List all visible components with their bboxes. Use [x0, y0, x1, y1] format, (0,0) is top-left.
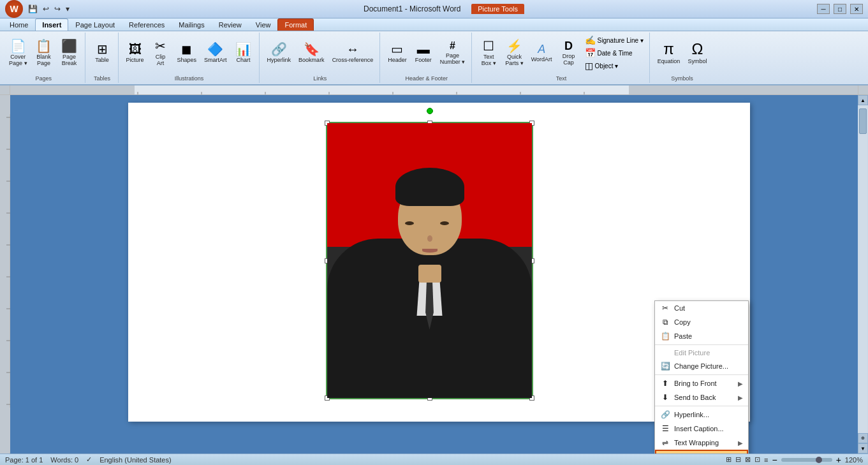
signature-line-button[interactable]: ✍ Signature Line ▾ [583, 34, 645, 46]
office-button[interactable]: W [5, 0, 23, 18]
header-button[interactable]: ▭ Header [385, 41, 409, 64]
cut-icon: ✂ [660, 304, 670, 313]
ribbon-group-illustrations: 🖼 Picture ✂ ClipArt ◼ Shapes 🔷 SmartArt … [120, 33, 260, 83]
window-controls: ─ □ ✕ [817, 4, 863, 14]
bring-to-front-icon: ⬆ [660, 379, 670, 388]
context-menu-copy[interactable]: ⧉ Copy [655, 315, 748, 329]
tab-insert[interactable]: Insert [35, 18, 68, 31]
date-time-button[interactable]: 📅 Date & Time [583, 47, 645, 59]
vertical-ruler [0, 95, 10, 454]
separator-1 [655, 344, 748, 345]
hyperlink-button[interactable]: 🔗 Hyperlink [265, 41, 294, 64]
blank-page-label: BlankPage [36, 54, 51, 66]
page-break-button[interactable]: ⬛ PageBreak [58, 38, 81, 68]
context-menu-text-wrapping[interactable]: ⇌ Text Wrapping ▶ [655, 436, 748, 450]
maximize-button[interactable]: □ [834, 4, 846, 14]
customize-button[interactable]: ▾ [64, 3, 71, 15]
minimize-button[interactable]: ─ [817, 4, 830, 14]
view-draft-icon[interactable]: ≡ [764, 456, 768, 464]
zoom-in-button[interactable]: + [836, 455, 841, 465]
symbols-group-label: Symbols [671, 73, 693, 82]
zoom-slider[interactable] [781, 458, 832, 462]
context-menu-size[interactable]: ⊡ Size... [655, 450, 748, 454]
window-title: Document1 - Microsoft Word Picture Tools [71, 4, 817, 13]
quick-parts-button[interactable]: ⚡ QuickParts ▾ [503, 38, 526, 68]
context-menu-paste[interactable]: 📋 Paste [655, 329, 748, 343]
close-button[interactable]: ✕ [850, 4, 863, 14]
scroll-down-button[interactable]: ▼ [858, 443, 868, 454]
copy-label: Copy [674, 318, 691, 326]
view-web-icon[interactable]: ⊠ [745, 455, 751, 464]
view-fullscreen-icon[interactable]: ⊟ [735, 455, 741, 464]
svg-rect-0 [10, 85, 135, 96]
smartart-button[interactable]: 🔷 SmartArt [202, 41, 230, 64]
zoom-out-button[interactable]: − [772, 455, 777, 465]
tab-view[interactable]: View [249, 18, 278, 31]
tab-format[interactable]: Format [277, 18, 314, 31]
header-icon: ▭ [391, 43, 403, 55]
save-button[interactable]: 💾 [27, 3, 39, 15]
tab-review[interactable]: Review [212, 18, 249, 31]
zoom-slider-thumb[interactable] [816, 457, 822, 463]
date-time-icon: 📅 [585, 48, 596, 58]
context-menu-send-to-back[interactable]: ⬇ Send to Back ▶ [655, 390, 748, 404]
ribbon: 📄 CoverPage ▾ 📋 BlankPage ⬛ PageBreak Pa… [0, 31, 868, 85]
context-menu-hyperlink[interactable]: 🔗 Hyperlink... [655, 408, 748, 422]
cross-ref-button[interactable]: ↔ Cross-reference [330, 41, 376, 64]
redo-button[interactable]: ↪ [53, 3, 62, 15]
context-menu-insert-caption[interactable]: ☰ Insert Caption... [655, 422, 748, 436]
page-break-label: PageBreak [62, 54, 77, 66]
scroll-up-button[interactable]: ▲ [858, 95, 868, 105]
view-outline-icon[interactable]: ⊡ [754, 455, 760, 464]
text-box-button[interactable]: ☐ TextBox ▾ [477, 38, 500, 68]
equation-button[interactable]: π Equation [655, 40, 683, 66]
page-break-icon: ⬛ [61, 40, 77, 52]
drop-cap-button[interactable]: D DropCap [557, 39, 580, 67]
scroll-thumb[interactable] [859, 108, 867, 134]
blank-page-icon: 📋 [36, 40, 52, 52]
tab-mailings[interactable]: Mailings [172, 18, 211, 31]
tables-items: ⊞ Table [91, 34, 114, 73]
table-button[interactable]: ⊞ Table [91, 41, 114, 64]
svg-rect-18 [0, 95, 10, 114]
chart-button[interactable]: 📊 Chart [232, 41, 255, 64]
cover-page-button[interactable]: 📄 CoverPage ▾ [6, 38, 30, 68]
pages-items: 📄 CoverPage ▾ 📋 BlankPage ⬛ PageBreak [6, 34, 81, 73]
symbol-button[interactable]: Ω Symbol [685, 40, 709, 66]
blank-page-button[interactable]: 📋 BlankPage [33, 38, 55, 68]
undo-button[interactable]: ↩ [41, 3, 50, 15]
view-normal-icon[interactable]: ⊞ [726, 455, 732, 464]
status-bar: Page: 1 of 1 Words: 0 ✓ English (United … [0, 454, 868, 465]
text-wrapping-arrow: ▶ [738, 439, 743, 447]
wordart-button[interactable]: A WordArt [529, 42, 555, 64]
quick-parts-label: QuickParts ▾ [505, 54, 524, 66]
equation-icon: π [663, 41, 674, 57]
page-number-button[interactable]: # PageNumber ▾ [438, 40, 468, 66]
send-to-back-icon: ⬇ [660, 393, 670, 402]
tab-pagelayout[interactable]: Page Layout [68, 18, 122, 31]
tab-home[interactable]: Home [3, 18, 35, 31]
shapes-button[interactable]: ◼ Shapes [175, 41, 200, 64]
picture-button[interactable]: 🖼 Picture [124, 41, 147, 64]
scroll-track[interactable] [858, 105, 867, 433]
selected-image-container[interactable] [326, 122, 533, 399]
scroll-expand-button[interactable]: ⊕ [858, 433, 868, 443]
ribbon-group-header-footer: ▭ Header ▬ Footer # PageNumber ▾ Header … [381, 33, 472, 83]
text-group-label: Text [556, 73, 567, 82]
rotate-handle[interactable] [427, 108, 433, 114]
bookmark-button[interactable]: 🔖 Bookmark [296, 41, 327, 64]
object-button[interactable]: ◫ Object ▾ [583, 60, 645, 71]
clip-art-button[interactable]: ✂ ClipArt [149, 38, 172, 68]
context-menu-bring-to-front[interactable]: ⬆ Bring to Front ▶ [655, 376, 748, 390]
clip-art-icon: ✂ [155, 40, 166, 52]
context-menu-change-picture[interactable]: 🔄 Change Picture... [655, 359, 748, 373]
tab-references[interactable]: References [122, 18, 172, 31]
drop-cap-label: DropCap [563, 53, 575, 66]
bookmark-label: Bookmark [298, 57, 325, 63]
footer-button[interactable]: ▬ Footer [412, 41, 435, 64]
shapes-label: Shapes [177, 57, 197, 63]
hyperlink-ctx-label: Hyperlink... [674, 411, 709, 418]
shapes-icon: ◼ [181, 43, 192, 55]
context-menu-cut[interactable]: ✂ Cut [655, 301, 748, 315]
paste-icon: 📋 [660, 332, 670, 341]
